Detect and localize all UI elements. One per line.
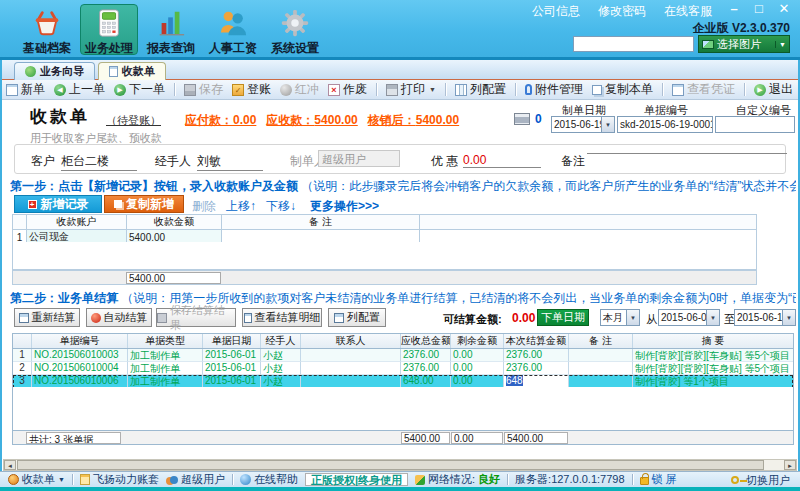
gear-icon: [280, 8, 310, 38]
choose-image-button[interactable]: 选择图片 ▼: [698, 35, 790, 53]
written-off-amount: 核销后：5400.00: [368, 112, 459, 129]
handler-header: 经手人: [261, 334, 301, 348]
doc-date-header: 单据日期: [203, 334, 261, 348]
settle-cell[interactable]: 2376.00: [504, 349, 569, 362]
from-date-combobox[interactable]: 2015-06-01 ▼: [658, 309, 720, 326]
add-record-button[interactable]: + 新增记录: [14, 195, 102, 213]
settle-table-row[interactable]: 2 NO.201506010004 加工制作单 2015-06-01 小赵 23…: [13, 362, 793, 375]
doc-type-cell: 加工制作单: [128, 349, 203, 362]
chevron-down-icon[interactable]: ▼: [775, 41, 786, 48]
next-doc-button[interactable]: ▶下一单: [114, 81, 165, 98]
doc-no-field[interactable]: skd-2015-06-19-0001: [617, 116, 713, 133]
copy-add-button[interactable]: 复制新增: [104, 195, 184, 213]
void-button[interactable]: ×作废: [328, 81, 367, 98]
remark-field[interactable]: [587, 153, 787, 154]
red-flush-label: 红冲: [295, 81, 319, 98]
change-password-link[interactable]: 修改密码: [598, 3, 646, 20]
more-actions-link[interactable]: 更多操作>>>: [310, 198, 379, 215]
online-service-link[interactable]: 在线客服: [664, 3, 712, 20]
settle-table: 单据编号 单据类型 单据日期 经手人 联系人 应收总金额 剩余金额 本次结算金额…: [12, 333, 794, 389]
settle-table-row[interactable]: 1 NO.201506010003 加工制作单 2015-06-01 小赵 23…: [13, 349, 793, 362]
recalc-button[interactable]: 重新结算: [14, 308, 80, 327]
post-ledger-button[interactable]: ✓登账: [232, 81, 271, 98]
view-voucher-button[interactable]: 查看凭证: [672, 81, 735, 98]
order-date-button[interactable]: 下单日期: [537, 309, 589, 326]
save-settle-button[interactable]: 保存结算结果: [156, 308, 236, 327]
tab-receipt[interactable]: 收款单: [98, 62, 166, 80]
company-info-link[interactable]: 公司信息: [532, 3, 580, 20]
total-cell: 2376.00: [401, 362, 451, 375]
remark-header: 备 注: [222, 215, 420, 230]
nav-item-business[interactable]: 业务处理: [80, 4, 138, 55]
prev-doc-label: 上一单: [69, 81, 105, 98]
handler-label: 经手人: [155, 153, 191, 170]
maximize-button[interactable]: □: [751, 1, 767, 16]
prev-doc-button[interactable]: ◀上一单: [54, 81, 105, 98]
make-date-combobox[interactable]: 2015-06-19 ▼: [551, 116, 615, 133]
arrow-left-icon: ◀: [54, 84, 66, 96]
new-doc-button[interactable]: 新单: [6, 81, 45, 98]
lock-screen-item[interactable]: 锁 屏: [640, 472, 677, 487]
save-button[interactable]: 保存: [184, 81, 223, 98]
nav-item-hr-payroll[interactable]: 人事工资: [204, 4, 262, 55]
floppy-icon: [184, 84, 196, 96]
account-table: 收款账户 收款金额 备 注 1 公司现金 5400.00: [12, 214, 757, 245]
scroll-left-button[interactable]: ◄: [4, 460, 16, 470]
red-flush-button[interactable]: 红冲: [280, 81, 319, 98]
remaining-cell: 0.00: [451, 362, 504, 375]
scrollbar-thumb[interactable]: [17, 460, 764, 470]
nav-item-basic-files[interactable]: 基础档案: [18, 4, 76, 55]
nav-item-settings[interactable]: 系统设置: [266, 4, 324, 55]
chevron-down-icon[interactable]: ▼: [626, 310, 639, 325]
account-set-item[interactable]: 飞扬动力账套: [80, 472, 159, 487]
chevron-down-icon[interactable]: ▼: [706, 310, 719, 325]
horizontal-scrollbar[interactable]: ◄ ►: [3, 459, 797, 471]
auto-settle-button[interactable]: 自动结算: [86, 308, 152, 327]
settle-columns-button[interactable]: 列配置: [328, 308, 386, 327]
status-badge: （待登账）: [106, 113, 161, 128]
discount-field[interactable]: 0.00: [463, 153, 541, 168]
current-user-item[interactable]: 超级用户: [166, 472, 225, 487]
move-down-link[interactable]: 下移↓: [266, 198, 296, 215]
switch-user-item[interactable]: 切换用户: [731, 472, 790, 488]
doc-toolbar: 新单 ◀上一单 ▶下一单 保存 ✓登账 红冲 ×作废 打印▼ 列配置 附件管理 …: [0, 80, 800, 100]
handler-field[interactable]: 刘敏: [197, 153, 263, 171]
nav-item-reports[interactable]: 报表查询: [142, 4, 200, 55]
account-table-total-row: 5400.00: [12, 270, 757, 285]
settle-detail-button[interactable]: 查看结算明细: [242, 308, 322, 327]
doc-type-menu[interactable]: 收款单▼: [8, 472, 65, 487]
print-count-icon[interactable]: [514, 113, 530, 125]
column-config-button[interactable]: 列配置: [455, 81, 506, 98]
customer-field[interactable]: 柜台二楼: [61, 153, 137, 171]
tab-label: 收款单: [122, 64, 155, 79]
copy-doc-button[interactable]: 复制本单: [592, 81, 653, 98]
print-button[interactable]: 打印▼: [386, 81, 436, 98]
minimize-button[interactable]: –: [726, 1, 742, 16]
attachments-button[interactable]: 附件管理: [525, 81, 583, 98]
account-header: 收款账户: [27, 215, 127, 230]
tab-business-wizard[interactable]: 业务向导: [14, 62, 95, 80]
scroll-right-button[interactable]: ►: [784, 460, 796, 470]
settle-cell[interactable]: 2376.00: [504, 362, 569, 375]
settleable-amount: 0.00: [512, 311, 535, 325]
chevron-down-icon[interactable]: ▼: [782, 310, 795, 325]
paperclip-icon: [525, 84, 532, 95]
image-search-input[interactable]: [573, 36, 694, 52]
custom-no-field[interactable]: [715, 116, 795, 133]
image-icon: [702, 40, 714, 49]
chevron-down-icon[interactable]: ▼: [601, 117, 614, 132]
exit-button[interactable]: ▶退出: [754, 81, 793, 98]
doc-date-cell: 2015-06-01: [203, 362, 261, 375]
close-button[interactable]: ✕: [776, 1, 792, 16]
doc-no-header: 单据编号: [32, 334, 128, 348]
period-combobox[interactable]: 本月 ▼: [600, 309, 640, 326]
status-separator: [632, 474, 633, 485]
online-help-item[interactable]: 在线帮助: [240, 472, 298, 487]
move-up-link[interactable]: 上移↑: [226, 198, 256, 215]
row-index-header: [13, 334, 32, 348]
delete-row-link[interactable]: 删除: [192, 198, 216, 215]
network-label: 网络情况:: [428, 472, 475, 487]
print-count: 0: [535, 112, 542, 126]
to-date-combobox[interactable]: 2015-06-19 ▼: [734, 309, 796, 326]
tab-strip: 业务向导 收款单: [0, 60, 800, 80]
